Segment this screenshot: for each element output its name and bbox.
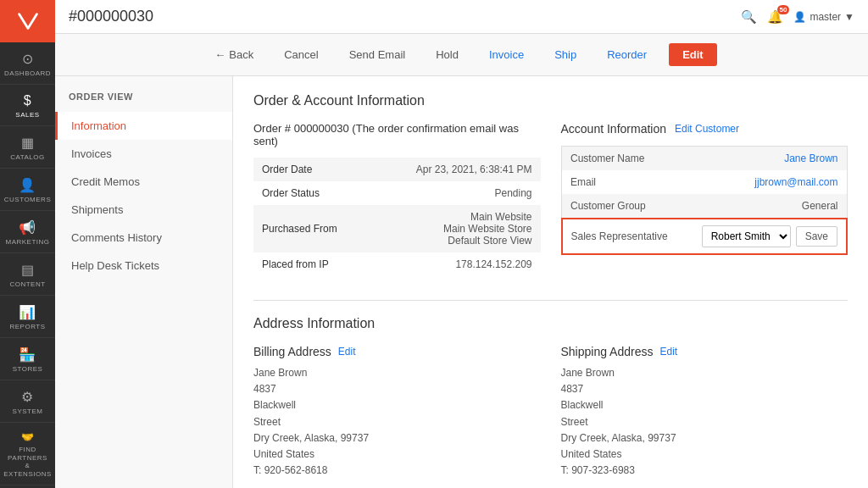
- sales-rep-select[interactable]: Robert Smith: [702, 225, 791, 247]
- order-info-table: Order Date Apr 23, 2021, 6:38:41 PM Orde…: [253, 158, 541, 276]
- left-panel: ORDER VIEW Information Invoices Credit M…: [55, 76, 233, 488]
- shipping-address-title: Shipping Address Edit: [561, 345, 849, 358]
- dashboard-icon: ⊙: [22, 51, 34, 67]
- address-grid: Billing Address Edit Jane Brown 4837 Bla…: [253, 345, 848, 479]
- field-label: Customer Group: [562, 194, 684, 219]
- nav-item-comments-history[interactable]: Comments History: [55, 224, 232, 252]
- address-section: Address Information Billing Address Edit…: [253, 316, 848, 479]
- customers-icon: 👤: [19, 177, 36, 193]
- field-label: Placed from IP: [253, 252, 371, 276]
- field-label: Email: [562, 170, 684, 194]
- billing-address-block: Billing Address Edit Jane Brown 4837 Bla…: [253, 345, 541, 479]
- content-area: ORDER VIEW Information Invoices Credit M…: [55, 76, 868, 488]
- main-panel: Order & Account Information Order # 0000…: [233, 76, 868, 488]
- sales-rep-control: Robert Smith Save: [692, 225, 837, 247]
- send-email-button[interactable]: Send Email: [341, 43, 414, 66]
- order-info-left: Order # 000000030 (The order confirmatio…: [253, 122, 541, 276]
- user-menu[interactable]: 👤 master ▼: [793, 11, 854, 23]
- field-value value-general: General: [683, 194, 847, 219]
- section-divider: [253, 300, 848, 301]
- topbar-right: 🔍 🔔 50 👤 master ▼: [741, 9, 854, 25]
- logo[interactable]: [0, 0, 55, 42]
- section-title-order-account: Order & Account Information: [253, 93, 848, 108]
- order-view-title: ORDER VIEW: [55, 85, 232, 112]
- invoice-button[interactable]: Invoice: [481, 43, 532, 66]
- marketing-icon: 📢: [19, 219, 36, 236]
- billing-address-text: Jane Brown 4837 Blackwell Street Dry Cre…: [253, 365, 541, 479]
- page-title: #000000030: [69, 8, 153, 25]
- reorder-button[interactable]: Reorder: [598, 43, 655, 66]
- sidebar-item-sales[interactable]: $ Sales: [0, 85, 55, 126]
- field-label: Order Date: [253, 158, 371, 181]
- reports-icon: 📊: [19, 304, 36, 320]
- sidebar-item-catalog[interactable]: ▦ Catalog: [0, 126, 55, 169]
- field-label: Sales Representative: [562, 219, 684, 254]
- account-info-title: Account Information: [561, 122, 667, 136]
- content-icon: ▤: [21, 262, 35, 278]
- action-bar: ← Back Cancel Send Email Hold Invoice Sh…: [55, 34, 868, 76]
- sidebar: ⊙ Dashboard $ Sales ▦ Catalog 👤 Customer…: [0, 0, 55, 488]
- field-value: Jane Brown: [683, 147, 847, 171]
- account-header: Account Information Edit Customer: [561, 122, 849, 136]
- chevron-down-icon: ▼: [844, 11, 854, 23]
- sidebar-item-content[interactable]: ▤ Content: [0, 253, 55, 296]
- billing-address-title: Billing Address Edit: [253, 345, 541, 358]
- address-section-title: Address Information: [253, 316, 848, 331]
- shipping-edit-link[interactable]: Edit: [659, 346, 677, 358]
- table-row: Order Date Apr 23, 2021, 6:38:41 PM: [253, 158, 541, 181]
- table-row: Customer Group General: [562, 194, 848, 219]
- table-row: Email jjbrown@mail.com: [562, 170, 848, 194]
- stores-icon: 🏪: [19, 347, 36, 363]
- table-row: Order Status Pending: [253, 181, 541, 205]
- account-info-right: Account Information Edit Customer Custom…: [561, 122, 849, 276]
- edit-button[interactable]: Edit: [669, 43, 717, 66]
- ship-button[interactable]: Ship: [546, 43, 585, 66]
- cancel-button[interactable]: Cancel: [275, 43, 326, 66]
- nav-item-invoices[interactable]: Invoices: [55, 140, 232, 168]
- save-button[interactable]: Save: [796, 226, 837, 247]
- info-grid: Order # 000000030 (The order confirmatio…: [253, 122, 848, 276]
- hold-button[interactable]: Hold: [427, 43, 467, 66]
- notifications-button[interactable]: 🔔 50: [767, 9, 783, 25]
- sidebar-item-marketing[interactable]: 📢 Marketing: [0, 211, 55, 253]
- field-label: Order Status: [253, 181, 371, 205]
- field-value: 178.124.152.209: [371, 252, 541, 276]
- sidebar-item-system[interactable]: ⚙ System: [0, 380, 55, 423]
- table-row: Purchased From Main Website Main Website…: [253, 205, 541, 252]
- field-value-sales-rep: Robert Smith Save: [683, 219, 847, 254]
- sales-rep-row: Sales Representative Robert Smith Save: [562, 219, 848, 254]
- field-label: Customer Name: [562, 147, 684, 171]
- nav-item-shipments[interactable]: Shipments: [55, 196, 232, 224]
- main-wrapper: #000000030 🔍 🔔 50 👤 master ▼ ← Back Canc…: [55, 0, 868, 488]
- field-value: jjbrown@mail.com: [683, 170, 847, 194]
- sidebar-item-stores[interactable]: 🏪 Stores: [0, 338, 55, 380]
- order-subtitle: Order # 000000030 (The order confirmatio…: [253, 122, 541, 147]
- table-row: Placed from IP 178.124.152.209: [253, 252, 541, 276]
- account-info-table: Customer Name Jane Brown Email jjbrown@m…: [561, 146, 849, 255]
- edit-customer-link[interactable]: Edit Customer: [675, 123, 739, 135]
- back-button[interactable]: ← Back: [206, 43, 262, 66]
- system-icon: ⚙: [21, 389, 34, 405]
- sidebar-item-partners[interactable]: 🤝 Find Partners& Extensions: [0, 423, 55, 485]
- nav-item-information[interactable]: Information: [55, 112, 232, 140]
- field-value: Main Website Main Website Store Default …: [371, 205, 541, 252]
- catalog-icon: ▦: [21, 135, 35, 151]
- partners-icon: 🤝: [21, 431, 35, 443]
- sidebar-item-reports[interactable]: 📊 Reports: [0, 296, 55, 338]
- nav-item-help-desk[interactable]: Help Desk Tickets: [55, 252, 232, 280]
- back-arrow-icon: ←: [214, 48, 225, 61]
- field-value: Pending: [371, 181, 541, 205]
- topbar: #000000030 🔍 🔔 50 👤 master ▼: [55, 0, 868, 34]
- nav-item-credit-memos[interactable]: Credit Memos: [55, 168, 232, 196]
- table-row: Customer Name Jane Brown: [562, 147, 848, 171]
- sales-icon: $: [24, 93, 31, 108]
- sidebar-item-customers[interactable]: 👤 Customers: [0, 169, 55, 211]
- user-icon: 👤: [793, 11, 806, 23]
- billing-edit-link[interactable]: Edit: [338, 346, 356, 358]
- field-value: Apr 23, 2021, 6:38:41 PM: [371, 158, 541, 181]
- field-label: Purchased From: [253, 205, 371, 252]
- notification-badge: 50: [777, 5, 790, 14]
- sidebar-item-dashboard[interactable]: ⊙ Dashboard: [0, 42, 55, 85]
- shipping-address-block: Shipping Address Edit Jane Brown 4837 Bl…: [561, 345, 849, 479]
- search-icon[interactable]: 🔍: [741, 9, 757, 25]
